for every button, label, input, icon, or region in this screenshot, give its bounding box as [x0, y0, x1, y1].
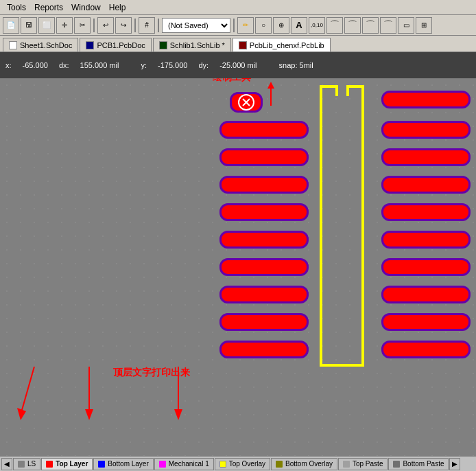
toolbar-table[interactable]: ⊞ [416, 17, 432, 34]
layer-color-topoverlay [219, 461, 226, 468]
coord-x-value: -65.000 [23, 61, 48, 69]
toolbar-arc4[interactable]: ⌒ [380, 17, 396, 34]
layer-label-bottompaste: Bottom Paste [403, 460, 444, 468]
pad-left-9[interactable] [219, 313, 309, 331]
svg-marker-7 [85, 409, 93, 420]
layer-tab-bottompaste[interactable]: Bottom Paste [388, 458, 449, 470]
menu-reports[interactable]: Reports [30, 1, 67, 14]
tab-pcblib[interactable]: PcbLib_chenxf.PcbLib [233, 38, 331, 51]
tab-label-schlib1: Schlib1.SchLib * [170, 41, 225, 49]
tab-sheet1[interactable]: Sheet1.SchDoc [3, 38, 78, 51]
pad-right-9[interactable] [381, 313, 471, 331]
tab-label-pcb1: PCB1.PcbDoc [97, 41, 145, 49]
pad-left-2[interactable] [219, 121, 309, 139]
pad-right-3[interactable] [381, 148, 471, 166]
pad-selection-marker [238, 94, 254, 111]
toolbar-arc1[interactable]: ⌒ [326, 17, 343, 34]
layer-color-ls [18, 461, 25, 468]
pad-right-6[interactable] [381, 231, 471, 249]
toolbar-btn-1[interactable]: 📄 [3, 17, 19, 34]
layer-tab-bottom[interactable]: Bottom Layer [93, 458, 153, 470]
coord-snap: snap: 5mil [279, 61, 313, 69]
toolbar-draw-pencil[interactable]: ✏ [237, 17, 254, 34]
annotation-draw-tools: 绘制工具 [213, 78, 251, 84]
pad-left-6[interactable] [219, 231, 309, 249]
toolbar-btn-4[interactable]: ✛ [56, 17, 73, 34]
layer-label-mech1: Mechanical 1 [169, 460, 209, 468]
layer-color-bottom [98, 461, 105, 468]
pad-right-10[interactable] [381, 341, 471, 358]
toolbar-arc2[interactable]: ⌒ [344, 17, 361, 34]
pad-right-4[interactable] [381, 176, 471, 194]
layer-scroll-right[interactable]: ▶ [449, 458, 460, 470]
menu-window[interactable]: Window [67, 1, 105, 14]
annotation-arrow-left [14, 367, 41, 422]
toolbar-arc3[interactable]: ⌒ [362, 17, 379, 34]
tab-icon-sheet1 [9, 41, 17, 49]
toolbar-draw-circle[interactable]: ○ [255, 17, 272, 34]
layer-tab-bottomoverlay[interactable]: Bottom Overlay [271, 458, 337, 470]
pad-right-5[interactable] [381, 203, 471, 221]
layer-tab-topoverlay[interactable]: Top Overlay [215, 458, 270, 470]
pad-right-1[interactable] [381, 91, 471, 108]
pad-right-8[interactable] [381, 286, 471, 303]
pad-left-3[interactable] [219, 148, 309, 166]
layer-color-bottompaste [393, 461, 400, 468]
layer-label-toppaste: Top Paste [353, 460, 383, 468]
toolbar-btn-5[interactable]: ✂ [74, 17, 91, 34]
annotation-arrow-middle [75, 367, 103, 422]
svg-line-4 [21, 367, 34, 415]
tab-icon-pcblib [239, 41, 247, 49]
layer-label-topoverlay: Top Overlay [229, 460, 265, 468]
layer-color-mech1 [159, 461, 166, 468]
layer-tab-mech1[interactable]: Mechanical 1 [154, 458, 214, 470]
coord-x-label: x: [5, 61, 12, 69]
layer-color-bottomoverlay [276, 461, 283, 468]
toolbar-btn-3[interactable]: ⬜ [38, 17, 55, 34]
toolbar: 📄 🖫 ⬜ ✛ ✂ ↩ ↪ # (Not Saved) ✏ ○ ⊕ A ,0,1… [0, 15, 476, 36]
layer-label-top: Top Layer [56, 460, 88, 468]
tab-pcb1[interactable]: PCB1.PcbDoc [80, 38, 151, 51]
annotation-arrow-right [165, 367, 192, 422]
pad-left-8[interactable] [219, 286, 309, 303]
toolbar-draw-num[interactable]: ,0,10 [309, 17, 325, 34]
toolbar-draw-text[interactable]: A [291, 17, 307, 34]
pad-right-2[interactable] [381, 121, 471, 139]
layer-tab-ls[interactable]: LS [13, 458, 40, 470]
annotation-arrow-top [261, 82, 281, 109]
pad-right-7[interactable] [381, 258, 471, 276]
svg-marker-5 [17, 408, 26, 420]
tab-icon-pcb1 [86, 41, 94, 49]
connector-outline [320, 85, 364, 367]
pad-left-4[interactable] [219, 176, 309, 194]
svg-marker-3 [267, 82, 274, 89]
pad-left-10[interactable] [219, 341, 309, 358]
pad-selected[interactable] [230, 92, 263, 113]
coord-dy-value: -25.000 mil [219, 61, 257, 69]
coord-dx-label: dx: [59, 61, 69, 69]
toolbar-rect[interactable]: ▭ [398, 17, 414, 34]
connector-notch [335, 85, 349, 96]
toolbar-file-dropdown[interactable]: (Not Saved) [162, 18, 230, 33]
canvas-area[interactable]: 绘制工具 顶层文字打印出来 [0, 78, 476, 456]
layer-tab-top[interactable]: Top Layer [41, 458, 93, 470]
menu-tools[interactable]: Tools [3, 1, 30, 14]
tab-schlib1[interactable]: Schlib1.SchLib * [153, 38, 231, 51]
toolbar-draw-target[interactable]: ⊕ [273, 17, 289, 34]
layer-label-bottom: Bottom Layer [108, 460, 148, 468]
svg-marker-9 [174, 409, 182, 420]
layer-tab-toppaste[interactable]: Top Paste [338, 458, 388, 470]
toolbar-redo[interactable]: ↪ [115, 17, 132, 34]
toolbar-undo[interactable]: ↩ [97, 17, 114, 34]
toolbar-grid[interactable]: # [139, 17, 155, 34]
layer-label-bottomoverlay: Bottom Overlay [285, 460, 333, 468]
pad-left-5[interactable] [219, 203, 309, 221]
pad-left-7[interactable] [219, 258, 309, 276]
layer-scroll-left[interactable]: ◀ [1, 458, 12, 470]
menu-help[interactable]: Help [105, 1, 130, 14]
menu-bar: Tools Reports Window Help [0, 0, 476, 15]
toolbar-btn-2[interactable]: 🖫 [21, 17, 37, 34]
tab-bar: Sheet1.SchDoc PCB1.PcbDoc Schlib1.SchLib… [0, 36, 476, 52]
layer-color-top [46, 461, 53, 468]
coord-y-value: -175.000 [158, 61, 187, 69]
